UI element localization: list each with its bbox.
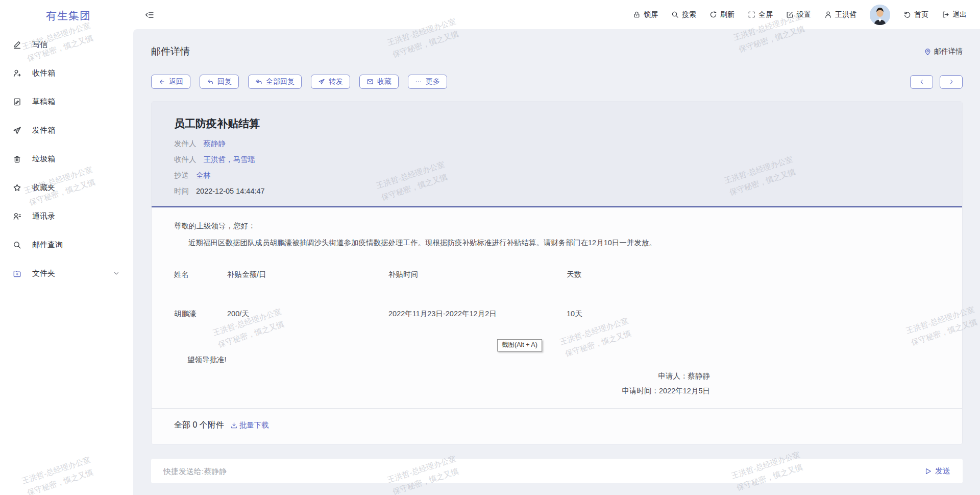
content-area: 邮件详情 邮件详情 返回 回复 全部回复 转发 收藏 更多 — [133, 29, 980, 495]
fullscreen-button[interactable]: 全屏 — [748, 10, 773, 19]
sidebar-nav: 写信 收件箱 草稿箱 发件箱 垃圾箱 收藏夹 通讯录 邮件查询 — [0, 30, 133, 288]
reply-all-button[interactable]: 全部回复 — [248, 75, 302, 89]
sidebar-item-mail-search[interactable]: 邮件查询 — [0, 230, 133, 259]
mail-signature: 申请人：蔡静静 申请时间：2022年12月5日 — [174, 371, 710, 396]
sidebar-item-inbox[interactable]: 收件箱 — [0, 59, 133, 87]
send-triangle-icon — [924, 467, 932, 475]
mail-to-row: 收件人 王洪哲，马雪瑶 — [174, 154, 940, 164]
reply-all-icon — [255, 78, 262, 85]
forward-label: 转发 — [329, 77, 343, 86]
forward-icon — [318, 78, 325, 85]
chevron-right-icon — [948, 78, 955, 85]
home-button[interactable]: 首页 — [903, 10, 928, 19]
apply-date-row: 申请时间：2022年12月5日 — [174, 386, 710, 396]
current-user-name: 王洪哲 — [835, 10, 856, 19]
refresh-label: 刷新 — [720, 10, 734, 19]
batch-download-link[interactable]: 批量下载 — [230, 420, 269, 430]
sidebar-item-trash[interactable]: 垃圾箱 — [0, 145, 133, 173]
home-label: 首页 — [914, 10, 928, 19]
send-label: 发送 — [935, 466, 950, 476]
apply-date: 2022年12月5日 — [659, 387, 710, 395]
sidebar-item-label: 通讯录 — [32, 211, 55, 221]
inbox-person-icon — [13, 69, 21, 78]
table-header-amount: 补贴金额/日 — [227, 269, 388, 279]
sidebar-item-drafts[interactable]: 草稿箱 — [0, 87, 133, 116]
settings-label: 设置 — [797, 10, 811, 19]
applicant-name: 蔡静静 — [688, 372, 710, 380]
sidebar-item-compose[interactable]: 写信 — [0, 30, 133, 59]
next-mail-button[interactable] — [940, 75, 963, 89]
sidebar-item-label: 草稿箱 — [32, 97, 55, 107]
sidebar-item-sent[interactable]: 发件箱 — [0, 116, 133, 145]
quick-send-input[interactable] — [163, 467, 924, 476]
mail-time: 2022-12-05 14:44:47 — [196, 186, 265, 196]
draft-icon — [13, 98, 21, 106]
to-label: 收件人 — [174, 154, 197, 164]
send-button[interactable]: 发送 — [924, 466, 950, 476]
mail-subject: 员工防疫补贴结算 — [174, 116, 940, 131]
sidebar-item-folders[interactable]: 文件夹 — [0, 259, 133, 288]
applicant-label: 申请人： — [658, 372, 688, 380]
from-contact-link[interactable]: 蔡静静 — [204, 138, 226, 149]
contacts-icon — [13, 212, 21, 221]
sidebar-item-label: 收件箱 — [32, 68, 55, 78]
topbar-actions: 锁屏 搜索 刷新 全屏 设置 王洪哲 — [633, 5, 967, 25]
cc-label: 抄送 — [174, 170, 189, 180]
chevron-left-icon — [918, 78, 925, 85]
to-contacts-link[interactable]: 王洪哲，马雪瑶 — [204, 154, 256, 164]
arrow-left-icon — [158, 78, 165, 85]
applicant-row: 申请人：蔡静静 — [174, 371, 710, 381]
sidebar-item-label: 文件夹 — [32, 269, 55, 278]
sidebar-item-contacts[interactable]: 通讯录 — [0, 202, 133, 230]
favorite-label: 收藏 — [377, 77, 391, 86]
folder-plus-icon — [13, 269, 21, 278]
prev-mail-button[interactable] — [910, 75, 933, 89]
location-indicator: 邮件详情 — [924, 47, 963, 56]
table-cell-name: 胡鹏濠 — [174, 309, 227, 319]
map-pin-icon — [924, 48, 932, 56]
cc-contact-link[interactable]: 全林 — [196, 170, 211, 180]
quick-send-bar: 发送 — [151, 459, 963, 483]
paper-plane-icon — [13, 126, 21, 135]
refresh-icon — [709, 11, 717, 18]
page-head: 邮件详情 邮件详情 — [151, 29, 963, 58]
chevron-down-icon[interactable] — [113, 270, 120, 277]
mail-star-icon — [366, 78, 374, 85]
mail-paragraph: 近期福田区数据团队成员胡鹏濠被抽调沙头街道参加疫情数据处理工作。现根据防疫补贴标… — [174, 238, 710, 248]
fullscreen-label: 全屏 — [758, 10, 773, 19]
forward-button[interactable]: 转发 — [311, 75, 350, 89]
sidebar: 有生集团 写信 收件箱 草稿箱 发件箱 垃圾箱 收藏夹 通讯录 — [0, 0, 133, 495]
ellipsis-icon — [415, 78, 422, 85]
table-cell-period: 2022年11月23日-2022年12月2日 — [388, 309, 567, 319]
more-label: 更多 — [426, 77, 440, 86]
sidebar-item-label: 写信 — [32, 40, 47, 50]
back-label: 返回 — [169, 77, 183, 86]
attachments-bar: 全部 0 个附件 批量下载 — [152, 408, 962, 444]
mail-greeting: 尊敬的上级领导，您好： — [174, 221, 710, 231]
screenshot-tooltip: 截图(Alt + A) — [497, 339, 542, 351]
more-button[interactable]: 更多 — [408, 75, 447, 89]
topbar: 锁屏 搜索 刷新 全屏 设置 王洪哲 — [133, 0, 980, 29]
back-button[interactable]: 返回 — [151, 75, 190, 89]
settings-button[interactable]: 设置 — [786, 10, 811, 19]
sidebar-item-favorites[interactable]: 收藏夹 — [0, 173, 133, 202]
refresh-button[interactable]: 刷新 — [709, 10, 734, 19]
lock-screen-button[interactable]: 锁屏 — [633, 10, 658, 19]
mail-closing: 望领导批准! — [174, 355, 710, 365]
logout-button[interactable]: 退出 — [942, 10, 967, 19]
logout-icon — [942, 11, 949, 18]
reply-button[interactable]: 回复 — [200, 75, 239, 89]
mail-toolbar: 返回 回复 全部回复 转发 收藏 更多 — [151, 75, 963, 89]
favorite-button[interactable]: 收藏 — [359, 75, 399, 89]
mail-time-row: 时间 2022-12-05 14:44:47 — [174, 186, 940, 196]
reply-label: 回复 — [217, 77, 232, 86]
reply-all-label: 全部回复 — [266, 77, 295, 86]
mail-detail-card: 员工防疫补贴结算 发件人 蔡静静 收件人 王洪哲，马雪瑶 抄送 全林 时间 20… — [151, 101, 963, 444]
search-icon — [671, 11, 679, 18]
mail-header: 员工防疫补贴结算 发件人 蔡静静 收件人 王洪哲，马雪瑶 抄送 全林 时间 20… — [152, 102, 962, 207]
avatar[interactable] — [870, 5, 890, 25]
current-user-button[interactable]: 王洪哲 — [824, 10, 856, 19]
trash-icon — [13, 155, 21, 163]
collapse-menu-icon[interactable] — [145, 10, 154, 19]
search-button[interactable]: 搜索 — [671, 10, 696, 19]
